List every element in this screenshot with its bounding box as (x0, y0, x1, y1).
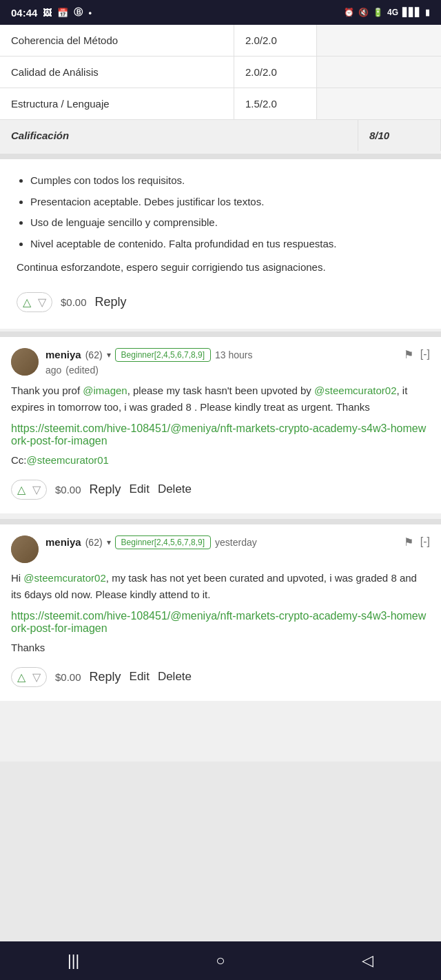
comment-meta-1: meniya (62) ▾ Beginner[2,4,5,6,7,8,9] 13… (45, 348, 397, 376)
signal-icon: ▋▋▋ (402, 8, 421, 17)
username-2[interactable]: meniya (45, 536, 81, 548)
upvote-button-1[interactable]: △ (16, 482, 27, 498)
badge-2: Beginner[2,4,5,6,7,8,9] (115, 535, 211, 549)
username-1[interactable]: meniya (45, 349, 81, 360)
section-gap (0, 154, 441, 159)
comment-link-1: https://steemit.com/hive-108451/@meniya/… (11, 422, 430, 447)
dropdown-arrow-2[interactable]: ▾ (107, 538, 111, 547)
mention-imagen[interactable]: @imagen (83, 385, 127, 396)
link-2[interactable]: https://steemit.com/hive-108451/@meniya/… (11, 610, 426, 634)
mute-icon: 🔇 (358, 8, 369, 17)
reply-button-1[interactable]: Reply (90, 482, 121, 497)
action-bar-comment-2: △ ▽ $0.00 Reply Edit Delete (11, 662, 430, 690)
bitcoin-icon: Ⓑ (74, 6, 83, 19)
vote-buttons-2: △ ▽ (11, 667, 47, 687)
vote-buttons: △ ▽ (17, 292, 52, 312)
back-icon: ◁ (362, 952, 373, 970)
upvote-button[interactable]: △ (21, 294, 32, 310)
comment-text-2a: Hi (11, 572, 23, 584)
comment-body-2: Hi @steemcurator02, my task has not yet … (11, 570, 430, 603)
home-icon: ○ (216, 952, 225, 970)
comment-header-1: meniya (62) ▾ Beginner[2,4,5,6,7,8,9] 13… (11, 348, 430, 376)
downvote-button-1[interactable]: ▽ (31, 482, 42, 498)
delete-button-2[interactable]: Delete (158, 670, 192, 684)
alarm-icon: ⏰ (344, 8, 354, 17)
status-bar: 04:44 🖼 📅 Ⓑ • ⏰ 🔇 🔋 4G ▋▋▋ ▮ (0, 0, 441, 25)
action-bar-comment-1: △ ▽ $0.00 Reply Edit Delete (11, 474, 430, 502)
cc-mention-1[interactable]: @steemcurator01 (27, 454, 109, 466)
edit-button-1[interactable]: Edit (130, 482, 150, 496)
table-cell-label: Coherencia del Método (0, 25, 234, 56)
section-gap-3 (0, 519, 441, 524)
grades-table: Coherencia del Método 2.0/2.0 Calidad de… (0, 25, 441, 151)
table-cell-label: Estructura / Lenguaje (0, 88, 234, 119)
comment-actions-right-1: ⚑ [-] (404, 348, 430, 361)
calendar-icon: 📅 (57, 8, 68, 18)
arrow-down-icon-1: ▽ (32, 483, 41, 496)
collapse-button-1[interactable]: [-] (420, 348, 430, 361)
comment-header-row-1: meniya (62) ▾ Beginner[2,4,5,6,7,8,9] 13… (45, 348, 397, 362)
vote-amount-2: $0.00 (55, 671, 81, 683)
table-cell-extra (317, 88, 441, 119)
delete-button-1[interactable]: Delete (158, 482, 192, 496)
flag-button-2[interactable]: ⚑ (404, 535, 413, 549)
status-right: ⏰ 🔇 🔋 4G ▋▋▋ ▮ (344, 8, 430, 17)
comment-link-2: https://steemit.com/hive-108451/@meniya/… (11, 610, 430, 635)
bullet-list: Cumples con todos los requisitos. Presen… (17, 173, 424, 252)
avatar-2 (11, 535, 39, 563)
table-row: Calidad de Análisis 2.0/2.0 (0, 57, 441, 88)
edit-button-2[interactable]: Edit (130, 670, 150, 684)
avatar-1 (11, 348, 39, 376)
user-rep-1: (62) (85, 349, 103, 360)
table-cell-value: 1.5/2.0 (234, 88, 317, 119)
comment-card-2: meniya (62) ▾ Beginner[2,4,5,6,7,8,9] ye… (0, 524, 441, 701)
comment-actions-right-2: ⚑ [-] (404, 535, 430, 549)
status-left: 04:44 🖼 📅 Ⓑ • (11, 6, 92, 19)
dropdown-arrow-1[interactable]: ▾ (107, 350, 111, 360)
dot-indicator: • (88, 8, 92, 18)
cc-line-1: Cc:@steemcurator01 (11, 454, 430, 466)
downvote-button-2[interactable]: ▽ (31, 669, 42, 685)
network-icon: 4G (387, 8, 398, 17)
mention-steemcurator02-2[interactable]: @steemcurator02 (23, 572, 105, 584)
timestamp-1: 13 hours (215, 349, 252, 360)
nav-menu-button[interactable]: ||| (46, 947, 101, 974)
comment-header-row-2: meniya (62) ▾ Beginner[2,4,5,6,7,8,9] ye… (45, 535, 397, 549)
thanks-line: Thanks (11, 642, 430, 653)
table-cell-extra (317, 57, 441, 88)
timestamp-line-1: ago (edited) (45, 365, 397, 376)
edited-tag-1: (edited) (65, 365, 98, 376)
nav-home-button[interactable]: ○ (193, 947, 248, 974)
thanks-text: Thanks (11, 642, 45, 653)
arrow-down-icon-2: ▽ (32, 671, 41, 684)
comment-body-1: Thank you prof @imagen, please my task h… (11, 382, 430, 416)
upvote-button-2[interactable]: △ (16, 669, 27, 685)
flag-button-1[interactable]: ⚑ (404, 348, 413, 361)
table-row-calificacion: Calificación 8/10 (0, 120, 441, 151)
vote-amount-1: $0.00 (55, 484, 81, 496)
mention-steemcurator02-1[interactable]: @steemcurator02 (314, 385, 396, 396)
table-cell-extra (317, 25, 441, 56)
arrow-up-icon: △ (23, 296, 31, 309)
comment-text-1b: , please my task hasn't been upvoted by (127, 385, 314, 396)
bottom-spacer (0, 706, 441, 762)
downvote-button[interactable]: ▽ (37, 294, 48, 310)
table-cell-value-calificacion: 8/10 (358, 120, 441, 151)
arrow-down-icon: ▽ (38, 296, 46, 309)
closing-text: Continua esforzandote, espero seguir cor… (17, 260, 424, 276)
reply-button-2[interactable]: Reply (90, 670, 121, 684)
link-1[interactable]: https://steemit.com/hive-108451/@meniya/… (11, 422, 426, 447)
reply-button[interactable]: Reply (95, 295, 127, 309)
battery-icon: ▮ (425, 8, 430, 17)
nav-back-button[interactable]: ◁ (340, 947, 395, 974)
avatar-image-1 (11, 348, 39, 376)
comment-meta-2: meniya (62) ▾ Beginner[2,4,5,6,7,8,9] ye… (45, 535, 397, 552)
vote-amount: $0.00 (61, 296, 87, 308)
comment-card-1: meniya (62) ▾ Beginner[2,4,5,6,7,8,9] 13… (0, 337, 441, 513)
collapse-button-2[interactable]: [-] (420, 535, 430, 549)
list-item: Nivel aceptable de contenido. Falta prof… (30, 236, 424, 252)
arrow-up-icon-2: △ (17, 671, 25, 684)
timestamp-suffix-1: ago (45, 365, 61, 376)
table-cell-value: 2.0/2.0 (234, 25, 317, 56)
image-icon: 🖼 (43, 8, 52, 18)
